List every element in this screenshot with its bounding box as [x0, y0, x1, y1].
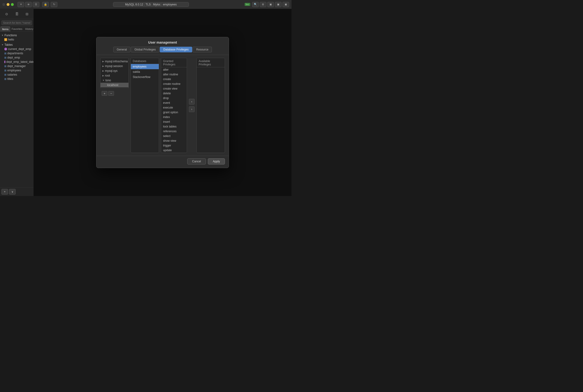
tree-item-label: dept_manager: [7, 64, 26, 68]
user-tree-item-localhost[interactable]: localhost: [100, 83, 128, 88]
sidebar-tab-history[interactable]: History: [24, 26, 34, 32]
titlebar-eye-icon[interactable]: 👁: [25, 2, 32, 7]
expand-arrow: ▼: [102, 79, 104, 82]
priv-item-index[interactable]: index: [161, 115, 187, 120]
loc-badge: loc: [244, 3, 250, 6]
user-tree-add-buttons: + −: [100, 90, 129, 96]
user-tree-item-mysql-session[interactable]: ▶ mysql.session: [100, 64, 128, 68]
user-tree-item-label: localhost: [107, 84, 118, 87]
titlebar-list-icon[interactable]: ☰: [33, 2, 39, 7]
tree-item-titles[interactable]: ⊞ titles: [0, 77, 34, 81]
user-tree-item-label: tono: [106, 79, 111, 82]
tree-item-label: current_dept_emp: [8, 48, 31, 51]
remove-user-button[interactable]: −: [108, 91, 114, 96]
sidebar-top-icons: ⊙ 🗄 ⊟: [0, 9, 34, 19]
privilege-arrows: ‹ ›: [189, 58, 194, 153]
priv-item-event[interactable]: event: [161, 100, 187, 105]
priv-item-alter-routine[interactable]: alter routine: [161, 72, 187, 77]
titlebar-right-icons: 🔍 ⊞ ▣ ▣ ▣: [252, 2, 289, 7]
sidebar-tab-favorites[interactable]: Favorites: [10, 26, 24, 32]
priv-item-trigger[interactable]: trigger: [161, 143, 187, 148]
user-tree-item-root[interactable]: ▶ root: [100, 73, 128, 78]
priv-item-update[interactable]: update: [161, 148, 187, 153]
apply-button[interactable]: Apply: [208, 158, 225, 164]
priv-item-select[interactable]: select: [161, 134, 187, 138]
sidebar-right-icon[interactable]: ▣: [275, 2, 282, 7]
move-left-button[interactable]: ‹: [189, 99, 194, 104]
db-item-sakila[interactable]: sakila: [131, 69, 159, 74]
tree-item-departments[interactable]: ⊞ departments: [0, 51, 34, 56]
sidebar-cloud-icon[interactable]: ⊙: [3, 11, 10, 17]
expand-arrow: ▶: [102, 74, 104, 77]
priv-item-drop[interactable]: drop: [161, 96, 187, 100]
priv-item-grant-option[interactable]: grant option: [161, 110, 187, 115]
priv-item-create-routine[interactable]: create routine: [161, 82, 187, 86]
privileges-area: Databases employees sakila Stackoverflow…: [130, 58, 225, 153]
sidebar-bottom-icon[interactable]: ▣: [282, 2, 289, 7]
table-icon: ⊞: [4, 65, 6, 68]
dialog-tab-general[interactable]: General: [113, 47, 130, 52]
tree-item-employees[interactable]: ⊞ employees: [0, 68, 34, 72]
tree-item-label: employees: [7, 69, 21, 72]
titlebar-refresh-icon[interactable]: ↻: [51, 2, 57, 7]
user-tree-item-mysql-infoschema[interactable]: ▶ mysql.infoschema: [100, 59, 128, 64]
db-item-stackoverflow[interactable]: Stackoverflow: [131, 74, 159, 80]
content-area: User management General Global Privilege…: [34, 9, 292, 196]
priv-item-execute[interactable]: execute: [161, 105, 187, 110]
tree-item-dept-emp-latest-date[interactable]: ○ dept_emp_latest_date: [0, 60, 34, 64]
add-item-button[interactable]: +: [2, 189, 8, 194]
dialog-body: ▶ mysql.infoschema ▶ mysql.session ▶ mys…: [96, 55, 229, 156]
user-tree-item-mysql-sys[interactable]: ▶ mysql.sys: [100, 68, 128, 73]
db-item-employees[interactable]: employees: [131, 64, 159, 69]
priv-item-create[interactable]: create: [161, 77, 187, 82]
tree-item-label: hello: [8, 38, 14, 41]
sidebar-left-icon[interactable]: ▣: [267, 2, 274, 7]
functions-arrow: ▼: [2, 34, 4, 36]
tree-item-label: titles: [7, 77, 13, 80]
tables-label: Tables: [4, 43, 13, 46]
tables-section: ▼ Tables ○ current_dept_emp ⊞ department…: [0, 42, 34, 82]
priv-item-delete[interactable]: delete: [161, 91, 187, 96]
dialog-tab-global-privileges[interactable]: Global Privileges: [131, 47, 159, 52]
tree-item-current-dept-emp[interactable]: ○ current_dept_emp: [0, 47, 34, 51]
tree-item-dept-emp[interactable]: ⊞ dept_emp: [0, 56, 34, 60]
priv-item-show-view[interactable]: show view: [161, 138, 187, 143]
sidebar-table-icon[interactable]: ⊟: [24, 11, 30, 17]
add-user-button[interactable]: +: [102, 91, 107, 96]
priv-item-insert[interactable]: insert: [161, 120, 187, 124]
sidebar-tab-items[interactable]: Items: [0, 26, 10, 32]
titlebar-lock-icon[interactable]: 🔒: [42, 2, 49, 7]
cancel-button[interactable]: Cancel: [187, 158, 206, 164]
connection-label: MySQL 8.0.12 : TLS : Myloc : employees: [113, 2, 189, 7]
sidebar-bottom: + ∨: [0, 187, 34, 196]
sidebar-db-icon[interactable]: 🗄: [13, 11, 20, 17]
user-tree-panel: ▶ mysql.infoschema ▶ mysql.session ▶ mys…: [100, 58, 129, 89]
granted-privileges-panel: Granted Privileges alter alter routine c…: [161, 58, 187, 153]
tree-item-label: dept_emp_latest_date: [6, 60, 34, 64]
search-icon[interactable]: 🔍: [252, 2, 259, 7]
priv-item-references[interactable]: references: [161, 129, 187, 134]
tree-item-salaries[interactable]: ⊞ salaries: [0, 72, 34, 77]
user-tree-item-tono[interactable]: ▼ tono: [100, 78, 128, 83]
search-input[interactable]: [2, 20, 32, 25]
view-icon: ○: [4, 48, 7, 50]
tree-item-hello[interactable]: f hello: [0, 38, 34, 42]
dialog-tab-database-privileges[interactable]: Database Privileges: [160, 47, 192, 52]
functions-label: Functions: [4, 34, 17, 37]
tree-item-label: salaries: [7, 73, 17, 76]
grid-icon[interactable]: ⊞: [260, 2, 266, 7]
maximize-button[interactable]: [11, 3, 14, 6]
tables-section-header[interactable]: ▼ Tables: [0, 43, 34, 47]
more-options-button[interactable]: ∨: [9, 189, 16, 194]
minimize-button[interactable]: [7, 3, 10, 6]
priv-item-alter[interactable]: alter: [161, 67, 187, 72]
close-button[interactable]: [2, 3, 5, 6]
functions-section-header[interactable]: ▼ Functions: [0, 33, 34, 38]
dialog-footer: Cancel Apply: [96, 156, 229, 168]
titlebar-back-icon[interactable]: ✕: [18, 2, 24, 7]
priv-item-create-view[interactable]: create view: [161, 86, 187, 91]
tree-item-dept-manager[interactable]: ⊞ dept_manager: [0, 64, 34, 68]
move-right-button[interactable]: ›: [189, 106, 194, 112]
priv-item-lock-tables[interactable]: lock tables: [161, 124, 187, 129]
dialog-tab-resource[interactable]: Resource: [193, 47, 212, 52]
